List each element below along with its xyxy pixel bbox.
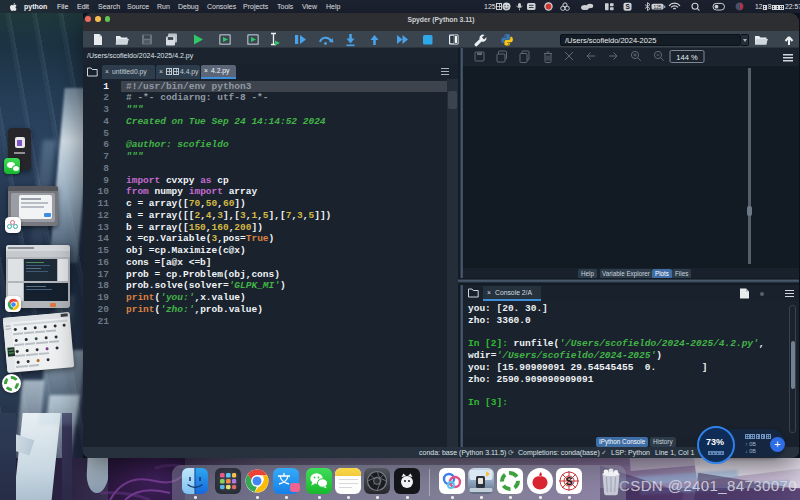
svg-text:125: 125 bbox=[654, 4, 662, 9]
svg-text:S: S bbox=[566, 475, 573, 487]
svg-text:S: S bbox=[626, 3, 631, 10]
svg-text:144 %: 144 % bbox=[676, 53, 698, 62]
